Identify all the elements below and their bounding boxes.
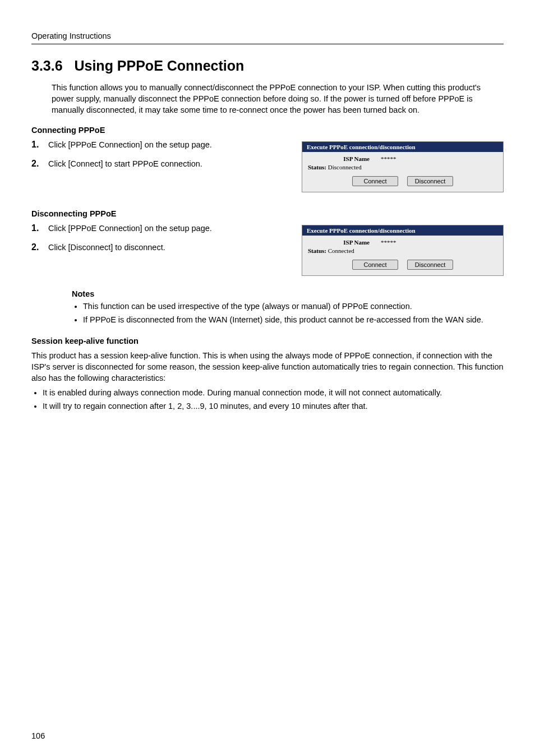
connecting-step-1: 1. Click [PPPoE Connection] on the setup… <box>31 139 292 150</box>
session-item: It is enabled during always connection m… <box>43 387 504 398</box>
status-label: Status: <box>308 164 326 170</box>
step-number: 1. <box>31 223 48 233</box>
connect-button[interactable]: Connect <box>352 176 398 186</box>
isp-name-label: ISP Name <box>308 155 381 162</box>
section-number: 3.3.6 <box>31 58 63 73</box>
note-item: If PPPoE is disconnected from the WAN (I… <box>83 314 504 325</box>
status-value: Disconnected <box>328 164 362 170</box>
section-title: 3.3.6 Using PPPoE Connection <box>31 58 504 74</box>
page-number: 106 <box>31 731 45 740</box>
status-row: Status: Disconnected <box>308 164 497 170</box>
connecting-steps: 1. Click [PPPoE Connection] on the setup… <box>31 139 292 169</box>
running-header: Operating Instructions <box>31 31 504 40</box>
connecting-step-2: 2. Click [Connect] to start PPPoE connec… <box>31 158 292 169</box>
disconnecting-heading: Disconnecting PPPoE <box>31 209 504 218</box>
pppoe-panel-connected: Execute PPPoE connection/disconnection I… <box>302 225 504 276</box>
status-value: Connected <box>328 247 354 254</box>
notes-list: This function can be used irrespective o… <box>72 301 504 325</box>
status-row: Status: Connected <box>308 247 497 254</box>
step-text: Click [PPPoE Connection] on the setup pa… <box>48 223 212 234</box>
disconnect-button[interactable]: Disconnect <box>407 260 453 270</box>
section-heading-text: Using PPPoE Connection <box>74 58 244 73</box>
note-item: This function can be used irrespective o… <box>83 301 504 312</box>
step-text: Click [PPPoE Connection] on the setup pa… <box>48 139 212 150</box>
disconnect-button[interactable]: Disconnect <box>407 176 453 186</box>
intro-paragraph: This function allows you to manually con… <box>52 82 504 116</box>
step-number: 1. <box>31 140 48 150</box>
step-text: Click [Connect] to start PPPoE connectio… <box>48 158 202 169</box>
step-number: 2. <box>31 159 48 169</box>
disconnecting-step-1: 1. Click [PPPoE Connection] on the setup… <box>31 223 292 234</box>
connecting-heading: Connecting PPPoE <box>31 126 504 135</box>
status-label: Status: <box>308 247 326 254</box>
header-rule <box>31 44 504 44</box>
connect-button[interactable]: Connect <box>352 260 398 270</box>
disconnecting-step-2: 2. Click [Disconnect] to disconnect. <box>31 242 292 253</box>
disconnecting-steps: 1. Click [PPPoE Connection] on the setup… <box>31 223 292 253</box>
step-text: Click [Disconnect] to disconnect. <box>48 242 165 253</box>
session-item: It will try to regain connection after 1… <box>43 400 504 412</box>
isp-name-value: ***** <box>381 155 497 162</box>
session-heading: Session keep-alive function <box>31 336 504 345</box>
isp-name-label: ISP Name <box>308 239 381 246</box>
panel-title-bar: Execute PPPoE connection/disconnection <box>302 142 503 152</box>
panel-title-bar: Execute PPPoE connection/disconnection <box>302 225 503 236</box>
step-number: 2. <box>31 242 48 252</box>
notes-heading: Notes <box>72 289 504 298</box>
session-list: It is enabled during always connection m… <box>31 387 504 412</box>
isp-name-value: ***** <box>381 239 497 246</box>
pppoe-panel-disconnected: Execute PPPoE connection/disconnection I… <box>302 141 504 192</box>
session-paragraph: This product has a session keep-alive fu… <box>31 350 504 384</box>
